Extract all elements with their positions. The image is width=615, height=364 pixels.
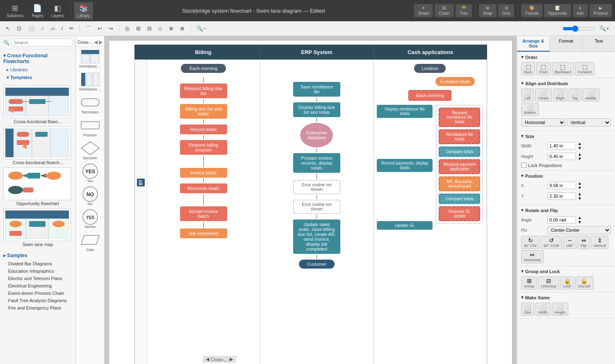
shape-prepare-invoice[interactable]: Prepare invoice records, display totals [293, 153, 340, 173]
shape-customer[interactable]: Customer [299, 260, 335, 269]
template-cross-functional-1[interactable]: Cross-functional flowc... [3, 86, 72, 124]
line-tool[interactable]: ▱ [48, 24, 57, 33]
nav-education[interactable]: Education Infographics [0, 267, 75, 275]
shape-process[interactable]: Process [77, 117, 103, 139]
align-bottom-btn[interactable]: ⬜ Bottom [521, 103, 539, 116]
collapse-position-icon[interactable]: ▾ [521, 173, 524, 179]
shape-job-completed[interactable]: Job completed [180, 228, 227, 238]
pin-dropdown[interactable]: Center-Center [547, 226, 611, 234]
order-front-btn[interactable]: ⬚ Front [536, 62, 551, 75]
solutions-button[interactable]: ⊞ Solutions [3, 2, 27, 20]
shape-remittance-file-totals[interactable]: Remittance file totals [439, 129, 480, 144]
shape-accept-invoice[interactable]: Accept invoice batch [180, 206, 227, 221]
redo-tool[interactable]: ↪ [106, 24, 116, 33]
lock-btn[interactable]: 🔒 Lock [560, 276, 574, 289]
page-next[interactable]: ▶ [230, 357, 233, 362]
page-prev[interactable]: ◀ [206, 357, 209, 362]
arc-tool[interactable]: ⌒ [83, 24, 93, 34]
shape-request-remittance[interactable]: Request remittance file totals [439, 108, 480, 127]
template-opportunity[interactable]: Opportunity flowchart [3, 167, 72, 206]
nav-fault-tree[interactable]: Fault Tree Analysis Diagrams [0, 297, 75, 304]
template-cross-functional-2[interactable]: Cross-functional flowch... [3, 127, 72, 165]
zoom-slider[interactable] [563, 25, 595, 32]
unlock-btn[interactable]: 🔓 UnLock [575, 276, 594, 289]
shape-error-1[interactable]: Error routine not shown [293, 180, 340, 194]
select-tool[interactable]: ↖ [3, 24, 13, 33]
present-button[interactable]: ▶ Present [590, 4, 612, 17]
width-spinner-up[interactable]: ▲▼ [578, 141, 582, 150]
nav-libraries[interactable]: ▸ Libraries [0, 66, 75, 74]
nav-cross-functional[interactable]: ▾ Cross-Functional Flowcharts [0, 51, 75, 66]
shape-swimlane2[interactable]: Swimlanes ... [77, 71, 103, 93]
shape-request-gl-update[interactable]: Request GL update [439, 206, 480, 221]
width-input[interactable] [547, 142, 576, 149]
shape-enterprise-db[interactable]: Enterprise database [300, 123, 333, 147]
target-tool[interactable]: ◎ [123, 24, 132, 33]
ellipse-tool[interactable]: ○ [39, 24, 47, 33]
shape-no[interactable]: NO No [77, 185, 103, 208]
angle-input[interactable] [547, 216, 576, 224]
x-spinner[interactable]: ▲▼ [578, 181, 582, 190]
nav-divided-bar[interactable]: Divided Bar Diagrams [0, 260, 75, 267]
search-input[interactable] [11, 38, 73, 47]
y-spinner[interactable]: ▲▼ [578, 192, 582, 201]
shape-panel-nav-left[interactable]: ◀ [94, 39, 98, 45]
snap-button[interactable]: ⊞ Snap [479, 4, 497, 17]
shape-ar-discounts[interactable]: AR, discounts, amount paid [439, 176, 480, 191]
shape-request-payment[interactable]: Request payment application [439, 159, 480, 174]
flip-btn[interactable]: ⇔ Flip [578, 236, 590, 249]
make-same-size-btn[interactable]: ⬜ Size [521, 303, 534, 316]
canvas-scroll[interactable]: Billing ERP System Cash applications BT [105, 36, 517, 364]
pencil-tool[interactable]: ✏ [67, 24, 76, 33]
format-button[interactable]: 🎨 Format [521, 4, 542, 17]
collapse-size-icon[interactable]: ▾ [521, 133, 524, 139]
order-back-btn[interactable]: ⬚ Back [521, 62, 535, 75]
cross-tool[interactable]: ⊗ [178, 24, 187, 33]
plus-tool[interactable]: ⊕ [166, 24, 176, 33]
tab-format[interactable]: Format [550, 36, 583, 52]
align-center-btn[interactable]: ⬜ Center [535, 88, 552, 102]
nav-fire-emergency[interactable]: Fire and Emergency Plans [0, 304, 75, 312]
ungroup-btn[interactable]: ⊟ UnGroup [538, 276, 559, 289]
collapse-group-icon[interactable]: ▾ [521, 269, 524, 274]
collapse-align-icon[interactable]: ▾ [521, 81, 524, 86]
y-input[interactable] [547, 192, 576, 200]
tab-text[interactable]: Text [583, 36, 615, 52]
diamond-tool[interactable]: ◇ [156, 24, 165, 33]
collapse-order-icon[interactable]: ▾ [521, 54, 524, 60]
height-input[interactable] [547, 153, 576, 160]
nav-electric-telecom[interactable]: Electric and Telecom Plans [0, 275, 75, 282]
shape-decision[interactable]: Decision [77, 140, 103, 162]
group-btn[interactable]: ⊞ Group [521, 276, 537, 289]
flip-vertical-btn[interactable]: ⇕ Vertical [591, 236, 609, 249]
template-swimlane[interactable]: Swim lane map [3, 208, 72, 247]
shape-invoice-totals[interactable]: Invoice totals [180, 168, 227, 178]
info-button[interactable]: ℹ Info [573, 4, 588, 17]
nav-templates[interactable]: ▾ Templates [0, 74, 75, 81]
lock-proportions-checkbox[interactable] [521, 163, 526, 168]
shape-record-totals[interactable]: Record totals [180, 124, 227, 134]
shape-display-billing[interactable]: Display billing due list and totals [293, 102, 340, 117]
grid-tool[interactable]: ⊞ [134, 24, 143, 33]
smart-button[interactable]: ✦ Smart [414, 4, 433, 17]
shape-compare-totals1[interactable]: Compare totals [439, 147, 480, 157]
tree-button[interactable]: 🌳 Tree [456, 4, 472, 17]
chain-button[interactable]: ⛓ Chain [435, 4, 453, 17]
shape-save-remittance[interactable]: Save remittance file [293, 82, 340, 97]
shape-each-morning-cash[interactable]: Each morning [408, 90, 451, 101]
shape-update-gl[interactable]: Update GL [377, 221, 433, 230]
tab-arrange-size[interactable]: Arrange & Size [517, 36, 550, 52]
order-backward-btn[interactable]: ⬚ Backward [552, 62, 574, 75]
shape-each-morning-billing[interactable]: Each morning [181, 64, 226, 73]
rect-tool[interactable]: ⬜ [25, 24, 37, 33]
rotate-90ccw-btn[interactable]: ↺ 90° CCW [541, 236, 562, 249]
order-forward-btn[interactable]: ⬚ Forward [575, 62, 594, 75]
angle-spinner[interactable]: ▲▼ [578, 215, 582, 224]
shape-terminator[interactable]: Terminator [77, 94, 103, 116]
make-same-width-btn[interactable]: ⬜ Width [535, 303, 551, 316]
shape-swimlane1[interactable]: Swimlanes ... [77, 48, 103, 70]
rotate-90cw-btn[interactable]: ↻ 90° CW [521, 236, 540, 249]
shape-yesno[interactable]: YES Yes/No [77, 208, 103, 231]
height-spinner-up[interactable]: ▲▼ [578, 152, 582, 161]
collapse-make-same-icon[interactable]: ▾ [521, 295, 524, 300]
